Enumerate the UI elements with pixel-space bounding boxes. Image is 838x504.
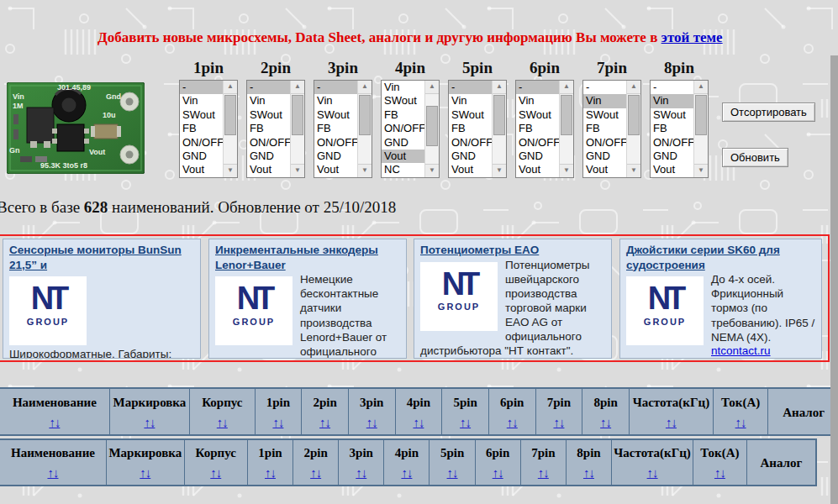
listbox-scrollbar[interactable]: ▲▼	[290, 81, 304, 177]
pin-option-selected[interactable]: -	[516, 81, 560, 94]
pin-option-selected[interactable]: -	[247, 81, 291, 94]
scroll-up-icon[interactable]: ▲	[627, 81, 640, 94]
scroll-up-icon[interactable]: ▲	[224, 81, 237, 94]
ad-title-link[interactable]: Сенсорные мониторы BunSun 21,5” и	[9, 243, 194, 272]
sort-arrows-link[interactable]: ↑↓	[507, 416, 518, 429]
pin-option[interactable]: ON/OFF	[449, 136, 493, 150]
pin-option[interactable]: -	[583, 81, 627, 94]
sort-arrows-link[interactable]: ↑↓	[714, 466, 725, 480]
scroll-down-icon[interactable]: ▼	[358, 164, 372, 177]
pin-option[interactable]: Vin	[247, 94, 291, 108]
sort-arrows-link[interactable]: ↑↓	[666, 416, 677, 429]
sort-arrows-link[interactable]: ↑↓	[49, 416, 60, 429]
sort-arrows-link[interactable]: ↑↓	[460, 416, 471, 429]
ad-title-link[interactable]: Инкрементальные энкодеры Lenor+Bauer	[215, 243, 400, 272]
pin-option[interactable]: FB	[651, 122, 694, 135]
sort-arrows-link[interactable]: ↑↓	[647, 466, 658, 480]
scroll-down-icon[interactable]: ▼	[224, 164, 237, 177]
pin-option[interactable]: SWout	[314, 108, 358, 122]
pin-option[interactable]: Vout	[314, 163, 358, 176]
pin-option[interactable]: SWout	[180, 108, 224, 122]
pin-option[interactable]: GND	[449, 150, 493, 163]
pin-listbox-8pin[interactable]: -VinSWoutFBON/OFFGNDVout▲▼	[650, 80, 709, 178]
pin-option[interactable]: SWout	[516, 108, 560, 122]
scroll-up-icon[interactable]: ▲	[493, 81, 506, 94]
pin-option-selected[interactable]: Vin	[583, 94, 627, 108]
pin-option[interactable]: SWout	[651, 108, 694, 122]
notice-topic-link[interactable]: этой теме	[661, 29, 723, 45]
sort-arrows-link[interactable]: ↑↓	[583, 466, 594, 480]
listbox-scrollbar[interactable]: ▲▼	[223, 81, 237, 177]
listbox-scrollbar[interactable]: ▲▼	[357, 81, 372, 177]
pin-option[interactable]: Vout	[180, 163, 224, 176]
pin-listbox-5pin[interactable]: -VinSWoutFBON/OFFGNDVout▲▼	[448, 80, 507, 178]
sort-arrows-link[interactable]: ↑↓	[401, 466, 412, 480]
pin-option[interactable]: FB	[583, 122, 627, 135]
pin-listbox-3pin[interactable]: -VinSWoutFBON/OFFGNDVout▲▼	[314, 80, 372, 178]
sort-arrows-link[interactable]: ↑↓	[356, 466, 366, 480]
pin-option[interactable]: Vout	[516, 163, 560, 176]
pin-option[interactable]: GND	[382, 136, 425, 150]
pin-option[interactable]: ON/OFF	[314, 136, 358, 150]
pin-option[interactable]: Vin	[382, 81, 425, 94]
pin-option[interactable]: Vin	[180, 94, 224, 108]
scroll-down-icon[interactable]: ▼	[560, 164, 573, 177]
pin-option-selected[interactable]: -	[180, 81, 224, 94]
sort-arrows-link[interactable]: ↑↓	[413, 416, 424, 429]
ad-site-link[interactable]: ntcontact.ru	[626, 344, 815, 357]
pin-option[interactable]: Vin	[449, 94, 493, 108]
sort-arrows-link[interactable]: ↑↓	[493, 466, 503, 480]
pin-option[interactable]: -	[651, 81, 694, 94]
pin-option[interactable]: GND	[583, 150, 627, 163]
ad-title-link[interactable]: Потенциометры EAO	[420, 243, 605, 258]
scroll-thumb[interactable]	[359, 95, 371, 135]
scroll-thumb[interactable]	[695, 95, 707, 135]
sort-arrows-link[interactable]: ↑↓	[217, 416, 228, 429]
pin-listbox-2pin[interactable]: -VinSWoutFBON/OFFGNDVout▲▼	[246, 80, 305, 178]
sort-arrows-link[interactable]: ↑↓	[319, 416, 330, 429]
pin-option[interactable]: SWout	[583, 108, 627, 122]
pin-option[interactable]: Vout	[651, 163, 694, 176]
scroll-down-icon[interactable]: ▼	[425, 164, 439, 177]
pin-option[interactable]: GND	[516, 150, 560, 163]
pin-option[interactable]: GND	[180, 150, 224, 163]
pin-option[interactable]: Vout	[247, 163, 291, 176]
pin-listbox-4pin[interactable]: VinSWoutFBON/OFFGNDVoutNC▲▼	[381, 80, 440, 178]
pin-option[interactable]: ON/OFF	[382, 122, 425, 135]
ad-title-link[interactable]: Джойстики серии SK60 для судостроения	[626, 243, 815, 272]
pin-option[interactable]: Vin	[314, 94, 358, 108]
scroll-down-icon[interactable]: ▼	[694, 164, 708, 177]
page-scrollbar[interactable]	[830, 55, 838, 504]
scroll-thumb[interactable]	[426, 106, 438, 146]
pin-option[interactable]: ON/OFF	[516, 136, 560, 150]
pin-option[interactable]: Vout	[583, 163, 627, 176]
pin-listbox-6pin[interactable]: -VinSWoutFBON/OFFGNDVout▲▼	[515, 80, 574, 178]
sort-arrows-link[interactable]: ↑↓	[47, 466, 58, 480]
pin-option[interactable]: FB	[382, 108, 425, 122]
sort-arrows-link[interactable]: ↑↓	[538, 466, 549, 480]
scroll-up-icon[interactable]: ▲	[291, 81, 304, 94]
listbox-scrollbar[interactable]: ▲▼	[559, 81, 573, 177]
scroll-thumb[interactable]	[292, 95, 303, 135]
sort-arrows-link[interactable]: ↑↓	[600, 416, 611, 429]
scroll-thumb[interactable]	[224, 95, 236, 135]
sort-arrows-link[interactable]: ↑↓	[265, 466, 276, 480]
pin-option[interactable]: FB	[314, 122, 358, 135]
scroll-down-icon[interactable]: ▼	[291, 164, 304, 177]
pin-option[interactable]: ON/OFF	[651, 136, 694, 150]
pin-option[interactable]: GND	[651, 150, 694, 163]
scroll-up-icon[interactable]: ▲	[425, 81, 439, 94]
pin-option-selected[interactable]: Vout	[382, 150, 425, 163]
sort-arrows-link[interactable]: ↑↓	[366, 416, 377, 429]
scroll-up-icon[interactable]: ▲	[560, 81, 573, 94]
listbox-scrollbar[interactable]: ▲▼	[626, 81, 640, 177]
sort-arrows-link[interactable]: ↑↓	[735, 416, 746, 429]
pin-option[interactable]: SWout	[449, 108, 493, 122]
scroll-down-icon[interactable]: ▼	[493, 164, 506, 177]
pin-option[interactable]: FB	[516, 122, 560, 135]
scroll-up-icon[interactable]: ▲	[358, 81, 372, 94]
pin-option[interactable]: GND	[247, 150, 291, 163]
pin-option[interactable]: ON/OFF	[583, 136, 627, 150]
pin-option[interactable]: FB	[247, 122, 291, 135]
pin-option[interactable]: SWout	[382, 94, 425, 108]
